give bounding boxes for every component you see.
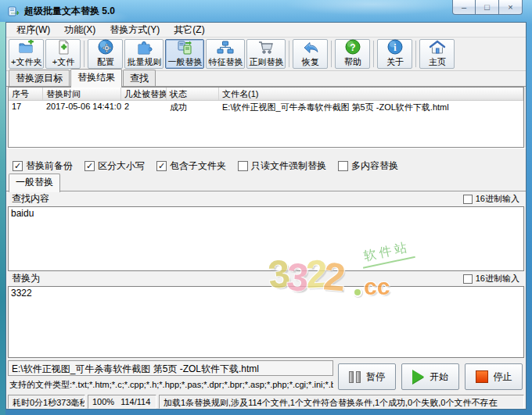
toolbar-separator <box>373 41 374 67</box>
feature-replace-button[interactable]: 特征替换 <box>206 39 245 69</box>
about-info-icon: i <box>386 38 404 55</box>
batch-rules-button[interactable]: 批量规则 <box>124 39 164 69</box>
window-left-border <box>0 22 5 415</box>
restore-arrow-icon <box>301 40 320 55</box>
home-label: 主页 <box>429 56 446 68</box>
checkbox-box: ✓ <box>156 161 167 171</box>
restore-button[interactable]: 恢复 <box>293 39 328 69</box>
menu-function[interactable]: 功能(X) <box>57 23 102 38</box>
checkbox-box <box>463 195 473 204</box>
cell-time: 2017-05-06 14:41:01 <box>43 101 121 113</box>
svg-text:?: ? <box>350 42 355 53</box>
spacer <box>6 148 526 156</box>
home-button[interactable]: 主页 <box>419 39 455 69</box>
config-label: 配置 <box>97 56 114 68</box>
toolbar-separator <box>289 41 289 67</box>
regex-replace-label: 正则替换 <box>249 56 283 68</box>
feature-replace-label: 特征替换 <box>208 56 243 68</box>
hex-label: 16进制输入 <box>476 273 519 284</box>
pause-icon <box>349 371 361 383</box>
add-folder-label: +文件夹 <box>11 56 41 68</box>
checkbox-label: 包含子文件夹 <box>170 159 226 173</box>
replace-hex-checkbox[interactable]: 16进制输入 <box>463 273 519 284</box>
status-percent: 100% <box>92 397 114 406</box>
menu-bar: 程序(W) 功能(X) 替换方式(Y) 其它(Z) <box>6 23 526 38</box>
find-input[interactable]: baidu <box>8 206 524 271</box>
toolbar-separator <box>415 41 416 67</box>
tab-replace-results[interactable]: 替换结果 <box>70 69 122 88</box>
tab-replace-source[interactable]: 替换源目标 <box>9 70 70 87</box>
batch-rules-puzzle-icon <box>135 40 153 55</box>
cell-filename: E:\软件正视图_可牛杀毒软件截图 第5页 -ZOL软件下载.html <box>219 101 523 113</box>
replace-label-row: 替换为 16进制输入 <box>6 271 526 286</box>
options-row: ✓ 替换前备份 ✓ 区分大小写 ✓ 包含子文件夹 只读文件强制替换 多内容替换 <box>6 156 526 175</box>
tab-general-replace[interactable]: 一般替换 <box>9 174 60 192</box>
config-button[interactable]: 配置 <box>88 39 123 69</box>
add-file-icon <box>56 40 71 55</box>
help-label: 帮助 <box>344 56 361 68</box>
regex-replace-button[interactable]: 正则替换 <box>246 39 286 69</box>
toolbar-separator <box>84 41 84 67</box>
home-icon <box>428 40 447 55</box>
menu-replace-mode[interactable]: 替换方式(Y) <box>102 23 167 38</box>
bottom-panel: E:\软件正视图_可牛杀毒软件截图 第5页 -ZOL软件下载.html 支持的文… <box>6 358 526 394</box>
add-folder-icon <box>18 40 35 55</box>
checkbox-label: 区分大小写 <box>98 159 145 173</box>
column-header-status[interactable]: 状态 <box>167 88 219 100</box>
result-tabstrip: 替换源目标 替换结果 查找 <box>6 71 526 87</box>
maximize-icon[interactable]: □ <box>476 0 499 15</box>
status-count: 114/114 <box>120 397 150 406</box>
minimize-icon[interactable]: – <box>452 0 476 15</box>
replace-mode-tabstrip: 一般替换 <box>6 175 526 191</box>
add-folder-button[interactable]: +文件夹 <box>9 39 44 69</box>
replace-input[interactable]: 3322 <box>8 286 524 358</box>
column-header-count[interactable]: 几处被替换 <box>121 88 167 100</box>
status-elapsed: 耗时0分1秒373毫秒 <box>8 395 85 409</box>
start-button[interactable]: 开始 <box>401 363 459 390</box>
stop-label: 停止 <box>494 370 512 384</box>
hex-label: 16进制输入 <box>476 193 519 205</box>
checkbox-label: 替换前备份 <box>26 159 73 173</box>
status-progress: 100% 114/114 <box>88 395 156 409</box>
title-bar[interactable]: 超级批量文本替换 5.0 – □ × <box>0 0 532 22</box>
add-file-button[interactable]: +文件 <box>45 39 81 69</box>
help-button[interactable]: ? 帮助 <box>335 39 370 69</box>
checkbox-case-sensitive[interactable]: ✓ 区分大小写 <box>84 159 145 173</box>
supported-file-types: 支持的文件类型:*.txt;*.htm;*.c;*.cpp;*.h;*.hpp;… <box>8 377 333 392</box>
client-area: 程序(W) 功能(X) 替换方式(Y) 其它(Z) +文件夹 <box>5 22 527 410</box>
checkbox-include-subfolders[interactable]: ✓ 包含子文件夹 <box>156 159 226 173</box>
column-header-filename[interactable]: 文件名(1) <box>219 88 523 100</box>
window-title: 超级批量文本替换 5.0 <box>24 5 115 18</box>
checkbox-box <box>338 161 348 171</box>
checkbox-multi-content[interactable]: 多内容替换 <box>338 159 398 173</box>
feature-replace-tree-icon <box>216 40 235 55</box>
checkbox-label: 只读文件强制替换 <box>251 159 326 173</box>
column-header-index[interactable]: 序号 <box>9 88 43 100</box>
checkbox-backup-before-replace[interactable]: ✓ 替换前备份 <box>13 159 73 173</box>
menu-program[interactable]: 程序(W) <box>9 23 57 38</box>
play-icon <box>412 370 424 384</box>
menu-other[interactable]: 其它(Z) <box>167 23 211 38</box>
cell-status: 成功 <box>167 101 219 113</box>
table-row[interactable]: 17 2017-05-06 14:41:01 2 成功 E:\软件正视图_可牛杀… <box>9 101 523 113</box>
checkbox-force-readonly[interactable]: 只读文件强制替换 <box>238 159 326 173</box>
general-replace-button[interactable]: 一般替换 <box>165 39 204 69</box>
regex-replace-cart-icon <box>257 40 275 55</box>
column-header-time[interactable]: 替换时间 <box>43 88 121 100</box>
restore-label: 恢复 <box>302 56 319 68</box>
app-window: 超级批量文本替换 5.0 – □ × 程序(W) 功能(X) 替换方式(Y) 其… <box>0 0 532 415</box>
bottom-left: E:\软件正视图_可牛杀毒软件截图 第5页 -ZOL软件下载.html 支持的文… <box>8 360 333 393</box>
find-hex-checkbox[interactable]: 16进制输入 <box>463 193 519 205</box>
toolbar: +文件夹 +文件 <box>6 38 526 71</box>
close-icon[interactable]: × <box>499 0 523 15</box>
find-label-row: 查找内容 16进制输入 <box>6 191 526 206</box>
pause-button[interactable]: 暂停 <box>338 363 396 390</box>
stop-button[interactable]: 停止 <box>465 363 523 390</box>
about-button[interactable]: i 关于 <box>377 39 412 69</box>
tab-search[interactable]: 查找 <box>123 70 156 87</box>
config-gear-icon <box>97 38 114 55</box>
results-table-header: 序号 替换时间 几处被替换 状态 文件名(1) <box>9 88 523 101</box>
checkbox-box <box>463 274 473 284</box>
status-bar: 耗时0分1秒373毫秒 100% 114/114 加载1条替换规则,涉及114个… <box>6 394 526 410</box>
pause-label: 暂停 <box>366 370 385 384</box>
